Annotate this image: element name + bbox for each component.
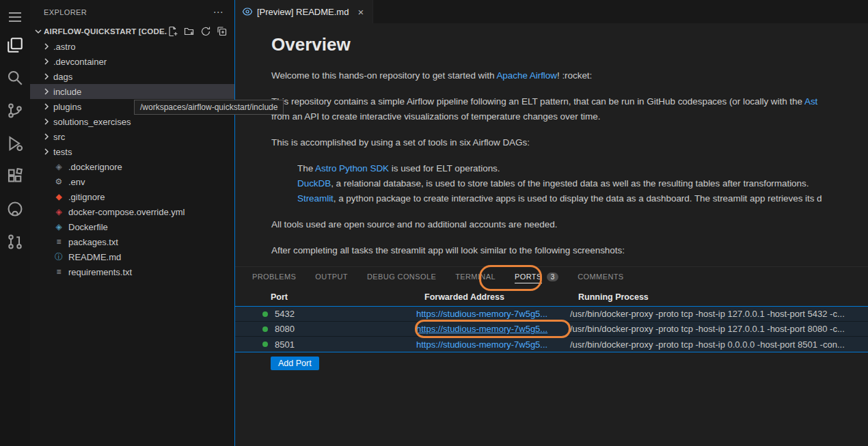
markdown-link[interactable]: Apache Airflow <box>496 70 557 81</box>
github-icon[interactable] <box>0 193 30 225</box>
tab-problems[interactable]: PROBLEMS <box>247 267 301 288</box>
pull-request-icon[interactable] <box>0 225 30 258</box>
run-debug-icon[interactable] <box>0 127 30 160</box>
tab-debug-console[interactable]: DEBUG CONSOLE <box>362 267 441 288</box>
tree-item-docker-compose-override[interactable]: ◈ docker-compose.override.yml <box>30 204 234 219</box>
markdown-link[interactable]: Ast <box>804 96 817 107</box>
tree-item-tests[interactable]: tests <box>30 144 234 159</box>
tab-terminal[interactable]: TERMINAL <box>450 267 500 288</box>
paragraph-screenshots: After completing all tasks the streamlit… <box>271 243 868 258</box>
new-folder-icon[interactable] <box>184 26 195 37</box>
sidebar-explorer: EXPLORER ⋯ AIRFLOW-QUICKSTART [CODE... .… <box>30 0 234 446</box>
text-file-icon: ≡ <box>53 266 64 277</box>
tree-item-src[interactable]: src <box>30 129 234 144</box>
tab-bar: [Preview] README.md × <box>235 0 868 23</box>
tree-item-solutions-exercises[interactable]: solutions_exercises <box>30 114 234 129</box>
tab-comments[interactable]: COMMENTS <box>573 267 628 288</box>
tree-item-devcontainer[interactable]: .devcontainer <box>30 54 234 69</box>
new-file-icon[interactable] <box>167 26 178 37</box>
markdown-link[interactable]: Streamlit <box>297 193 334 204</box>
text-segment: from an API to create interactive visual… <box>271 111 600 122</box>
paragraph-tools-intro: This is accomplished by using a set of t… <box>271 135 868 150</box>
docker-compose-file-icon: ◈ <box>53 206 64 217</box>
source-control-icon[interactable] <box>0 94 30 127</box>
running-process: /usr/bin/docker-proxy -proto tcp -host-i… <box>570 339 868 350</box>
tree-item-label: packages.txt <box>68 237 118 247</box>
markdown-link[interactable]: Astro Python SDK <box>315 163 389 173</box>
markdown-preview-pane: Overview Welcome to this hands-on reposi… <box>235 23 868 266</box>
tree-item-label: solutions_exercises <box>53 117 131 127</box>
tab-ports[interactable]: PORTS 3 <box>510 267 563 288</box>
tree-item-gitignore[interactable]: ◆ .gitignore <box>30 189 234 204</box>
chevron-right-icon <box>41 56 52 67</box>
ports-count-badge: 3 <box>547 273 559 281</box>
tree-item-dockerignore[interactable]: ◈ .dockerignore <box>30 159 234 174</box>
tree-item-label: requirements.txt <box>68 267 132 277</box>
tab-output[interactable]: OUTPUT <box>310 267 353 288</box>
panel-actions: Add Port <box>235 352 868 370</box>
tree-item-readme-md[interactable]: ⓘ README.md <box>30 249 234 264</box>
port-number: 8501 <box>275 339 295 350</box>
chevron-right-icon <box>41 71 52 82</box>
tree-item-packages-txt[interactable]: ≡ packages.txt <box>30 234 234 249</box>
running-process: /usr/bin/docker-proxy -proto tcp -host-i… <box>570 324 868 334</box>
forwarded-address-link[interactable]: https://studious-memory-7w5g5... <box>416 324 570 334</box>
explorer-title-row: EXPLORER ⋯ <box>30 0 234 24</box>
paragraph-open-source: All tools used are open source and no ad… <box>271 217 868 232</box>
markdown-link[interactable]: DuckDB <box>297 178 331 189</box>
tree-item-requirements-txt[interactable]: ≡ requirements.txt <box>30 264 234 279</box>
tree-item-label: plugins <box>53 102 81 112</box>
explorer-section-actions <box>167 26 228 37</box>
add-port-button[interactable]: Add Port <box>271 357 319 370</box>
port-status-dot <box>262 326 268 332</box>
table-row-port-8501[interactable]: 8501 https://studious-memory-7w5g5... /u… <box>235 337 868 352</box>
list-item-duckdb: DuckDB, a relational database, is used t… <box>297 176 868 191</box>
more-actions-icon[interactable]: ⋯ <box>211 6 226 18</box>
chevron-right-icon <box>41 41 52 52</box>
tree-item-dockerfile[interactable]: ◈ Dockerfile <box>30 219 234 234</box>
extensions-icon[interactable] <box>0 160 30 193</box>
text-file-icon: ≡ <box>53 236 64 247</box>
paragraph-repo-line2: from an API to create interactive visual… <box>271 109 868 124</box>
forwarded-address-link[interactable]: https://studious-memory-7w5g5... <box>416 309 570 319</box>
menu-icon[interactable] <box>0 5 30 29</box>
column-header-port: Port <box>271 292 424 302</box>
tree-item-label: src <box>53 132 65 142</box>
tree-item-label: .devcontainer <box>53 57 107 67</box>
collapse-all-icon[interactable] <box>217 26 228 37</box>
workspace-folder-label: AIRFLOW-QUICKSTART [CODE... <box>44 27 167 36</box>
tree-item-label: dags <box>53 72 72 82</box>
tree-item-label: Dockerfile <box>68 222 108 232</box>
info-file-icon: ⓘ <box>53 251 64 262</box>
port-status-dot <box>262 311 268 317</box>
markdown-content: Overview Welcome to this hands-on reposi… <box>235 23 868 266</box>
tree-item-label: .dockerignore <box>68 162 122 172</box>
forwarded-address-link[interactable]: https://studious-memory-7w5g5... <box>416 339 570 350</box>
explorer-title: EXPLORER <box>44 8 211 16</box>
vscode-window: EXPLORER ⋯ AIRFLOW-QUICKSTART [CODE... .… <box>0 0 868 446</box>
explorer-icon[interactable] <box>0 29 30 61</box>
tree-item-include[interactable]: include <box>30 84 234 99</box>
tree-item-label: docker-compose.override.yml <box>68 207 185 217</box>
tree-item-astro[interactable]: .astro <box>30 39 234 54</box>
refresh-icon[interactable] <box>200 26 211 37</box>
tree-item-dags[interactable]: dags <box>30 69 234 84</box>
text-segment: , a relational database, is used to stor… <box>331 178 809 189</box>
tree-item-label: .env <box>68 177 85 187</box>
tree-item-env[interactable]: ⚙ .env <box>30 174 234 189</box>
gear-file-icon: ⚙ <box>53 176 64 187</box>
text-segment: The <box>297 163 315 173</box>
tab-preview-readme[interactable]: [Preview] README.md × <box>235 0 373 23</box>
port-number: 5432 <box>275 309 295 319</box>
table-row-port-5432[interactable]: 5432 https://studious-memory-7w5g5... /u… <box>235 307 868 322</box>
tools-list: The Astro Python SDK is used for ELT ope… <box>271 161 868 206</box>
chevron-right-icon <box>41 146 52 157</box>
explorer-section-header[interactable]: AIRFLOW-QUICKSTART [CODE... <box>30 24 234 39</box>
close-icon[interactable]: × <box>355 6 366 18</box>
table-row-port-8080[interactable]: 8080 https://studious-memory-7w5g5... /u… <box>235 322 868 337</box>
search-icon[interactable] <box>0 61 30 94</box>
running-process: /usr/bin/docker-proxy -proto tcp -host-i… <box>570 309 868 319</box>
tab-label: [Preview] README.md <box>257 7 349 17</box>
activity-bar <box>0 0 30 446</box>
list-item-streamlit: Streamlit, a python package to create in… <box>297 191 868 206</box>
